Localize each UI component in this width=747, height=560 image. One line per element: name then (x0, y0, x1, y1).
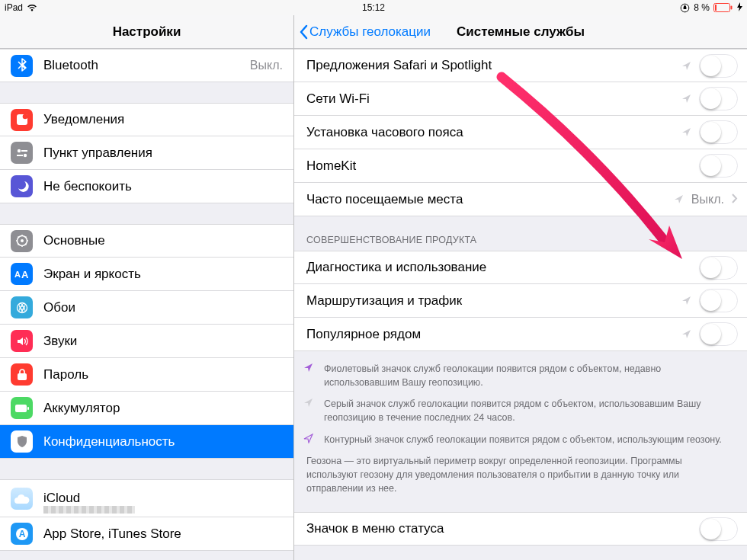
toggle-switch[interactable] (699, 120, 738, 144)
back-button[interactable]: Службы геолокации (299, 24, 431, 40)
toggle-switch[interactable] (699, 87, 738, 110)
sidebar-navbar: Настройки (0, 15, 293, 49)
settings-row[interactable]: Установка часового пояса (294, 116, 747, 149)
location-arrow-icon (303, 398, 313, 424)
location-arrow-icon (681, 61, 691, 71)
chevron-right-icon (732, 193, 738, 206)
privacy-icon (11, 430, 33, 453)
location-arrow-icon (681, 296, 691, 306)
svg-line-16 (18, 237, 19, 238)
toggle-switch[interactable] (699, 517, 738, 541)
sidebar: Настройки BluetoothВыкл.УведомленияПункт… (0, 15, 294, 560)
sidebar-item-dnd[interactable]: Не беспокоить (0, 170, 293, 203)
sidebar-item-notifications[interactable]: Уведомления (0, 103, 293, 136)
svg-line-19 (18, 244, 19, 245)
settings-row[interactable]: Популярное рядом (294, 318, 747, 351)
location-arrow-icon (681, 329, 691, 339)
sidebar-item-label: App Store, iTunes Store (43, 526, 283, 542)
battery-icon (713, 3, 733, 12)
icloud-icon (11, 488, 33, 510)
toggle-switch[interactable] (699, 289, 738, 312)
sidebar-item-label: Не беспокоить (43, 179, 283, 194)
sidebar-item-label: Уведомления (43, 112, 283, 127)
sidebar-item-label: Экран и яркость (43, 267, 283, 282)
battery-percent: 8 % (694, 2, 710, 13)
settings-row-label: Популярное рядом (306, 327, 681, 342)
svg-rect-27 (15, 405, 27, 412)
sidebar-item-privacy[interactable]: Конфиденциальность (0, 425, 293, 459)
svg-rect-9 (17, 155, 23, 156)
settings-row[interactable]: Предложения Safari и Spotlight (294, 49, 747, 82)
footer-text: Фиолетовый значок служб геолокации появи… (294, 351, 747, 495)
sidebar-item-passcode[interactable]: Пароль (0, 358, 293, 392)
settings-row[interactable]: Значок в меню статуса (294, 512, 747, 546)
sidebar-item-battery[interactable]: Аккумулятор (0, 392, 293, 425)
appstore-icon: A (11, 523, 33, 545)
footer-bullet: Контурный значок служб геолокации появит… (324, 433, 722, 446)
passcode-icon (11, 363, 33, 386)
footer-bullet: Фиолетовый значок служб геолокации появи… (324, 362, 735, 389)
svg-rect-3 (731, 6, 733, 10)
detail-title: Системные службы (457, 24, 585, 40)
settings-row[interactable]: HomeKit (294, 149, 747, 183)
settings-row-label: Часто посещаемые места (306, 192, 674, 207)
sidebar-item-label: Конфиденциальность (43, 434, 283, 450)
settings-row-label: Диагностика и использование (306, 260, 699, 275)
footer-paragraph: Геозона — это виртуальный периметр вокру… (306, 454, 735, 495)
settings-row[interactable]: Сети Wi-Fi (294, 82, 747, 116)
location-arrow-icon (303, 434, 313, 446)
detail-scroll[interactable]: Предложения Safari и SpotlightСети Wi-Fi… (294, 49, 747, 560)
device-label: iPad (5, 2, 23, 13)
settings-row[interactable]: Маршрутизация и трафик (294, 284, 747, 318)
dnd-icon (11, 175, 33, 197)
svg-rect-7 (21, 150, 27, 152)
detail-navbar: Службы геолокации Системные службы (294, 15, 747, 49)
sidebar-item-sounds[interactable]: Звуки (0, 325, 293, 358)
svg-rect-2 (715, 5, 717, 11)
charging-icon (737, 2, 742, 14)
bluetooth-icon (11, 55, 33, 77)
settings-row-label: Установка часового пояса (306, 125, 681, 140)
settings-row-label: HomeKit (306, 158, 699, 174)
sidebar-scroll[interactable]: BluetoothВыкл.УведомленияПункт управлени… (0, 49, 293, 560)
settings-row-label: Предложения Safari и Spotlight (306, 58, 681, 73)
sidebar-item-bluetooth[interactable]: BluetoothВыкл. (0, 49, 293, 82)
svg-point-8 (23, 153, 26, 156)
svg-point-11 (21, 239, 24, 242)
wallpaper-icon (11, 296, 33, 318)
settings-row-label: Сети Wi-Fi (306, 91, 681, 107)
control-center-icon (11, 142, 33, 164)
settings-row-label: Маршрутизация и трафик (306, 293, 681, 309)
status-bar: iPad 15:12 8 % (0, 0, 747, 15)
sidebar-item-general[interactable]: Основные (0, 224, 293, 258)
svg-point-6 (17, 149, 20, 152)
svg-text:A: A (18, 529, 25, 539)
sidebar-item-label: Основные (43, 233, 283, 248)
toggle-switch[interactable] (699, 54, 738, 78)
sidebar-item-label: Обои (43, 300, 283, 315)
settings-row[interactable]: Диагностика и использование (294, 251, 747, 284)
svg-line-18 (25, 237, 27, 238)
sidebar-item-label: Bluetooth (43, 58, 244, 73)
clock: 15:12 (362, 2, 385, 13)
toggle-switch[interactable] (699, 154, 738, 178)
icloud-account (43, 506, 135, 514)
settings-row-label: Значок в меню статуса (306, 521, 699, 536)
sidebar-item-control-center[interactable]: Пункт управления (0, 136, 293, 170)
battery-icon (11, 397, 33, 419)
sidebar-item-appstore[interactable]: AApp Store, iTunes Store (0, 517, 293, 551)
general-icon (11, 230, 33, 252)
toggle-switch[interactable] (699, 322, 738, 346)
sidebar-item-wallpaper[interactable]: Обои (0, 291, 293, 325)
location-arrow-icon (303, 363, 313, 389)
sidebar-item-label: iCloud (43, 491, 283, 506)
svg-rect-26 (18, 373, 27, 380)
sidebar-item-display[interactable]: AAЭкран и яркость (0, 258, 293, 291)
settings-row[interactable]: Часто посещаемые местаВыкл. (294, 183, 747, 216)
sidebar-item-icloud[interactable]: iCloud (0, 479, 293, 517)
wifi-icon (27, 4, 37, 12)
notifications-icon (11, 109, 33, 131)
svg-text:A: A (14, 270, 21, 279)
toggle-switch[interactable] (699, 256, 738, 280)
location-arrow-icon (681, 127, 691, 137)
